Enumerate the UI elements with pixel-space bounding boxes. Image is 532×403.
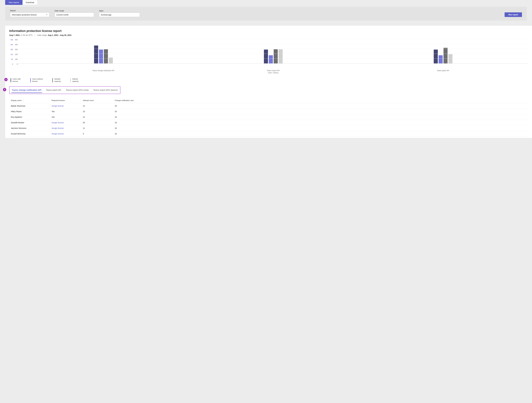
cell-attempt-count: 4 [83,133,115,135]
cell-display-name: Hilary Reyes [11,110,51,113]
chart-bar [439,55,443,64]
cell-attempt-count: 11 [83,127,115,129]
legend-item: Users withoutlicense [30,78,43,83]
chart-bar [104,49,108,64]
report-value: Information protection license [12,14,37,16]
apps-select[interactable]: Archival app [99,13,140,17]
chevron-down-icon [46,13,48,16]
cell-notification-sent: 10 [115,133,526,135]
report-label: Report [10,10,49,12]
legend-item: Seededcapacity [52,78,61,83]
legend-label: Utilizedcapacity [72,78,79,83]
cell-license: Yes [51,116,83,118]
cell-display-name: Danielle Booker [11,122,51,124]
subtab[interactable]: Teams export APIs (chat) [65,87,89,93]
chart-bar [279,49,283,64]
table-row: Hilary ReyesYes1310 [9,109,528,114]
category-labels: Teams change notification APITeams expor… [19,68,528,74]
col-display-name[interactable]: Display name↓ [11,99,51,102]
filter-bar: Report Information protection license Da… [5,7,527,20]
report-card: Information protection license report Au… [5,26,532,138]
legend-swatch [70,78,71,83]
sort-arrow-icon: ↓ [23,100,24,102]
table-row: Roy AppletonYes1210 [9,114,528,120]
range-value: Aug 1, 2021 - Aug 30, 2021 [48,34,71,36]
legend-swatch [11,78,11,83]
cell-display-name: Krystal McKinney [11,133,51,135]
chart-bar [269,55,273,64]
legend-label: Users withoutlicense [32,78,43,83]
cell-display-name: Roy Appleton [11,116,51,118]
category-label: Teams change notification API [19,68,188,74]
report-time: 11:59 am (PT) [20,34,32,36]
y-axis-secondary: 5004003002001000 [14,39,18,68]
legend-row: 8 Users withlicenseUsers withoutlicenseS… [11,78,528,83]
tab-download[interactable]: Download [23,0,38,5]
chart-bar [94,45,98,64]
chart-bar [99,50,103,64]
legend-item: Utilizedcapacity [70,78,79,83]
cell-attempt-count: 13 [83,110,115,113]
chart-cluster [358,39,528,64]
chart-bar [448,54,452,64]
callout-badge-8: 8 [4,78,8,81]
chart: 30k24k18k12k6k0 5004003002001000 Teams c… [9,39,528,74]
report-date: Aug 7, 2021 [9,34,20,36]
col-notification-sent[interactable]: Change notification sent [115,99,526,102]
subtab[interactable]: Teams export APIs (teams) [93,87,118,93]
y-axis-primary: 30k24k18k12k6k0 [9,39,13,68]
run-report-button[interactable]: Run report [505,12,522,17]
apps-value: Archival app [101,14,111,16]
chart-bar [274,49,278,64]
report-select[interactable]: Information protection license [10,13,49,17]
cell-attempt-count: 12 [83,105,115,107]
cell-license: Yes [51,110,83,113]
report-meta: Aug 7, 2021 11:59 am (PT) | Date range: … [9,34,528,36]
meta-divider: | [35,34,35,36]
chart-bar [264,50,268,64]
cell-display-name: Jazmine Simmons [11,127,51,129]
chart-bar [443,48,448,64]
users-table: Display name↓ Required license Attempt c… [9,98,528,137]
sub-tabs: Teams change notification APITeams patch… [9,86,120,94]
plot-area [19,39,528,64]
col-attempt-count[interactable]: Attempt count [83,99,115,102]
cell-display-name: Babak Shammas [11,105,51,107]
chart-bar [434,50,438,64]
subtab[interactable]: Teams patch API [45,87,62,93]
cell-notification-sent: 10 [115,105,526,107]
cell-notification-sent: 10 [115,127,526,129]
table-row: Jazmine SimmonsAssign license1110 [9,125,528,131]
assign-license-link[interactable]: Assign license [51,122,83,124]
callout-badge-9: 9 [3,88,6,91]
table-row: Babak ShammasAssign license1210 [9,103,528,109]
cell-notification-sent: 10 [115,122,526,124]
table-header: Display name↓ Required license Attempt c… [9,98,528,103]
table-row: Danielle BookerAssign license2010 [9,120,528,125]
cell-notification-sent: 10 [115,110,526,113]
table-row: Krystal McKinneyAssign license410 [9,131,528,137]
assign-license-link[interactable]: Assign license [51,105,83,107]
range-label: Date range: [37,34,47,36]
assign-license-link[interactable]: Assign license [51,133,83,135]
legend-swatch [30,78,31,83]
legend-label: Seededcapacity [54,78,61,83]
date-range-label: Date range [55,10,94,12]
report-title: Information protection license report [9,29,528,33]
category-label: Teams export API(chat + teams) [188,68,358,74]
assign-license-link[interactable]: Assign license [51,127,83,129]
category-label: Teams patch API [358,68,528,74]
subtab[interactable]: Teams change notification API [11,87,42,93]
cell-notification-sent: 10 [115,116,526,118]
legend-label: Users withlicense [13,78,21,83]
tab-view-reports[interactable]: View reports [5,0,23,5]
date-range-select[interactable]: Current month [55,13,94,17]
legend-item: Users withlicense [11,78,21,83]
col-required-license[interactable]: Required license [51,99,83,102]
date-range-value: Current month [56,14,68,16]
legend-swatch [52,78,53,83]
chart-cluster [188,39,358,64]
chart-cluster [19,39,188,64]
apps-label: Apps [99,10,140,12]
cell-attempt-count: 20 [83,122,115,124]
